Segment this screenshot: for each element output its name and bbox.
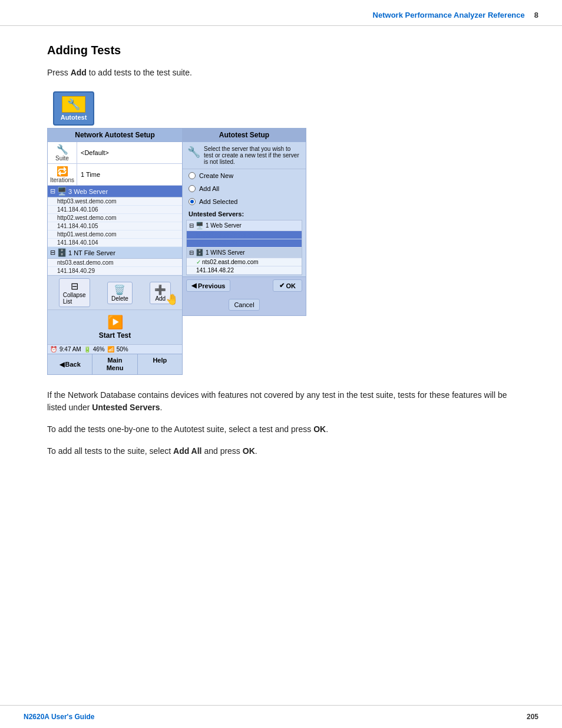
cancel-label: Cancel: [234, 301, 254, 308]
web-child-4: 141.184.40.105: [48, 222, 182, 230]
autotest-icon-box: 🔧 Autotest: [53, 91, 94, 126]
previous-button[interactable]: ◀ Previous: [186, 279, 230, 292]
add-all-label: Add All: [199, 185, 219, 192]
collapse-label: CollapseList: [63, 292, 86, 305]
body-paragraph-3: To add all tests to the suite, select Ad…: [47, 445, 515, 457]
iterations-icon: 🔁 Iterations: [48, 164, 77, 185]
collapse-list-button[interactable]: ⊟ CollapseList: [59, 278, 90, 307]
right-wins-child-1[interactable]: ✓nts02.east.demo.com: [187, 258, 302, 266]
checkmark-icon: ✓: [196, 259, 201, 265]
footer-right: 205: [527, 713, 538, 721]
web-server-label: 3 Web Server: [68, 188, 108, 195]
previous-arrow-icon: ◀: [191, 282, 196, 289]
start-test-button[interactable]: ▶️ Start Test: [99, 315, 131, 340]
iterations-row: 🔁 Iterations 1 Time: [48, 164, 182, 186]
cancel-button[interactable]: Cancel: [229, 299, 259, 311]
setup-desc-text: Select the server that you wish to test …: [204, 146, 301, 165]
ok-label: OK: [286, 282, 296, 289]
body-paragraph-1: If the Network Database contains devices…: [47, 389, 515, 414]
panel-toolbar: ⊟ CollapseList 🗑️ Delete ➕ Add: [48, 275, 182, 309]
battery-percent: 46%: [93, 346, 105, 353]
nt-child-1: nts03.east.demo.com: [48, 259, 182, 267]
autotest-label: Autotest: [61, 114, 87, 121]
battery-icon: 🔋: [84, 346, 91, 353]
add-label: Add: [155, 295, 166, 302]
status-time: 9:47 AM: [59, 346, 81, 353]
right-web-label: 1 Web Server: [206, 222, 242, 229]
web-child-3: http02.west.demo.com: [48, 214, 182, 222]
web-child-1: http03.west.demo.com: [48, 197, 182, 206]
right-panel-title: Autotest Setup: [183, 129, 306, 142]
back-button[interactable]: ◀ Back: [48, 354, 92, 374]
help-label: Help: [153, 357, 167, 364]
web-server-header[interactable]: ⊟ 🖥️ 3 Web Server: [48, 186, 182, 197]
body-paragraph-2: To add the tests one-by-one to the Autot…: [47, 423, 515, 436]
iterations-label: Iterations: [50, 177, 74, 183]
add-all-option[interactable]: Add All: [183, 182, 306, 195]
right-web-server-header[interactable]: ⊟ 🖥️ 1 Web Server: [187, 220, 302, 231]
start-test-area: ▶️ Start Test: [48, 309, 182, 344]
setup-desc-icon: 🔧: [187, 146, 200, 159]
right-web-child-2[interactable]: 141.184.48.105: [187, 239, 302, 248]
ok-button[interactable]: ✔ OK: [273, 279, 303, 292]
web-child-6: 141.184.40.104: [48, 239, 182, 247]
web-server-expand-icon: ⊟: [50, 187, 55, 195]
delete-icon: 🗑️: [114, 284, 125, 295]
back-label: Back: [65, 361, 81, 368]
suite-label: Suite: [55, 155, 69, 162]
nt-file-server-header[interactable]: ⊟ 🗄️ 1 NT File Server: [48, 247, 182, 259]
right-web-child-1[interactable]: http02.west.demo.com: [187, 231, 302, 239]
delete-button[interactable]: 🗑️ Delete: [107, 282, 133, 304]
help-button[interactable]: Help: [138, 354, 182, 374]
right-wins-child-2[interactable]: 141.184.48.22: [187, 266, 302, 275]
right-panel: Autotest Setup 🔧 Select the server that …: [183, 128, 306, 316]
clock-icon: ⏰: [50, 346, 57, 353]
main-menu-button[interactable]: Main Menu: [92, 354, 137, 374]
footer-left: N2620A User's Guide: [24, 713, 94, 721]
create-new-label: Create New: [199, 172, 233, 179]
right-wins-expand-icon: ⊟: [189, 249, 194, 256]
autotest-setup-description: 🔧 Select the server that you wish to tes…: [183, 142, 306, 169]
suite-value: <Default>: [77, 147, 182, 158]
add-selected-label: Add Selected: [199, 198, 237, 205]
left-panel: Network Autotest Setup 🔧 Suite <Default>…: [47, 128, 183, 375]
right-wins-label: 1 WINS Server: [206, 249, 245, 256]
iterations-value: 1 Time: [77, 169, 182, 180]
intro-paragraph: Press Add to add tests to the test suite…: [47, 68, 515, 77]
add-selected-radio[interactable]: [189, 198, 196, 205]
header-page-number: 8: [534, 11, 538, 19]
iterations-icon-img: 🔁: [57, 166, 68, 177]
panels-row: Network Autotest Setup 🔧 Suite <Default>…: [47, 128, 306, 375]
page-footer: N2620A User's Guide 205: [0, 705, 562, 728]
back-arrow-icon: ◀: [59, 361, 64, 368]
screenshot-wrapper: 🔧 Autotest Network Autotest Setup 🔧 Suit…: [47, 91, 515, 375]
add-icon: ➕: [154, 284, 166, 295]
cancel-area: Cancel: [183, 294, 306, 315]
nt-expand-icon: ⊟: [50, 249, 55, 256]
ok-checkmark-icon: ✔: [279, 282, 285, 289]
start-test-icon: ▶️: [107, 315, 123, 330]
signal-icon: 📶: [107, 346, 114, 353]
start-test-label: Start Test: [99, 331, 131, 340]
nt-child-2: 141.184.40.29: [48, 267, 182, 275]
nt-file-server-label: 1 NT File Server: [68, 249, 115, 256]
header-title: Network Performance Analyzer Reference: [373, 11, 525, 19]
web-child-2: 141.184.40.106: [48, 206, 182, 214]
suite-icon: 🔧 Suite: [48, 142, 77, 163]
autotest-icon: 🔧: [62, 96, 85, 113]
untested-servers-tree: ⊟ 🖥️ 1 Web Server http02.west.demo.com 1…: [186, 220, 302, 275]
add-all-radio[interactable]: [189, 185, 196, 192]
suite-row: 🔧 Suite <Default>: [48, 142, 182, 164]
create-new-radio[interactable]: [189, 172, 196, 179]
delete-label: Delete: [111, 295, 128, 302]
right-wins-server-header[interactable]: ⊟ 🗄️ 1 WINS Server: [187, 248, 302, 258]
add-selected-option[interactable]: Add Selected: [183, 195, 306, 208]
add-button[interactable]: ➕ Add: [150, 282, 171, 304]
create-new-option[interactable]: Create New: [183, 169, 306, 182]
status-bar: ⏰ 9:47 AM 🔋 46% 📶 50%: [48, 344, 182, 354]
untested-servers-label: Untested Servers:: [183, 208, 306, 219]
previous-label: Previous: [198, 282, 225, 289]
web-server-icon: 🖥️: [57, 187, 67, 196]
page-header: Network Performance Analyzer Reference 8: [0, 0, 562, 26]
main-content: Adding Tests Press Add to add tests to t…: [0, 26, 562, 485]
